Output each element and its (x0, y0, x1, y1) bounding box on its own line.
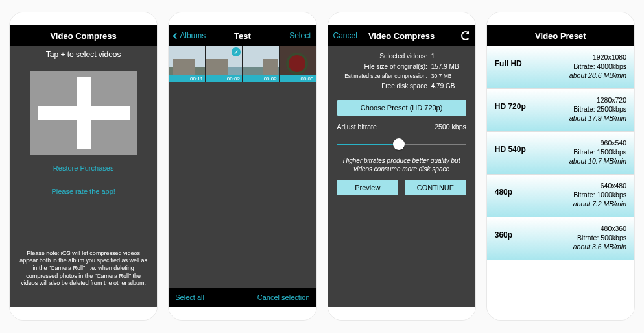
preset-rate: about 3.6 MB/min (573, 242, 626, 251)
preset-name: HD 540p (495, 138, 526, 154)
bitrate-slider[interactable] (337, 138, 466, 150)
nav-bar: Albums Test Select (169, 25, 316, 46)
filesize-value: 157.9 MB (431, 62, 466, 72)
status-bar (10, 12, 157, 25)
restore-purchases-link[interactable]: Restore Purchases (10, 164, 157, 172)
duration-badge: 00:03 (280, 75, 316, 82)
duration-badge: 00:11 (169, 75, 205, 82)
bottom-toolbar: Select all Cancel selection (169, 288, 316, 307)
nav-bar: Video Compress (10, 25, 157, 46)
preset-row[interactable]: 360p480x360Bitrate: 500kbpsabout 3.6 MB/… (487, 217, 634, 260)
video-thumbnail[interactable]: 00:02 (243, 46, 280, 82)
selected-value: 1 (431, 51, 466, 62)
video-thumbnail[interactable]: 00:03 (280, 46, 316, 82)
nav-title: Video Compress (368, 31, 435, 41)
home-indicator (10, 307, 157, 320)
phone-2-album: Albums Test Select 00:11 ✓ 00:02 00:02 0… (168, 12, 316, 321)
preset-bitrate: Bitrate: 1500kbps (569, 147, 626, 156)
preset-name: 360p (495, 224, 512, 240)
selected-label: Selected videos: (379, 51, 427, 62)
plus-icon (77, 77, 91, 149)
estsize-label: Estimated size after compression: (344, 72, 427, 81)
refresh-icon (461, 31, 470, 40)
preset-info: 960x540Bitrate: 1500kbpsabout 10.7 MB/mi… (569, 138, 626, 166)
thumbnail-grid: 00:11 ✓ 00:02 00:02 00:03 (169, 46, 316, 82)
choose-preset-button[interactable]: Choose Preset (HD 720p) (337, 100, 466, 116)
chevron-left-icon (173, 32, 180, 39)
home-indicator (487, 307, 634, 320)
preset-row[interactable]: Full HD1920x1080Bitrate: 4000kbpsabout 2… (487, 46, 634, 89)
bitrate-row: Adjust bitrate 2500 kbps (328, 120, 475, 133)
selected-check-icon: ✓ (232, 47, 241, 56)
nav-title: Video Preset (535, 31, 586, 41)
freedisk-label: Free disk space (381, 81, 427, 92)
preset-bitrate: Bitrate: 2500kbps (569, 105, 626, 114)
select-all-button[interactable]: Select all (175, 293, 204, 301)
bitrate-note: Higher bitrates produce better quality b… (328, 156, 475, 173)
preset-row[interactable]: HD 720p1280x720Bitrate: 2500kbpsabout 17… (487, 89, 634, 132)
preset-info: 640x480Bitrate: 1000kbpsabout 7.2 MB/min (573, 181, 626, 209)
rate-app-link[interactable]: Please rate the app! (10, 188, 157, 195)
phone-3-compress: Cancel Video Compress Selected videos:1 … (328, 12, 476, 321)
refresh-button[interactable] (461, 25, 470, 46)
nav-bar: Video Preset (487, 25, 634, 46)
preset-name: Full HD (495, 53, 522, 68)
duration-badge: 00:02 (206, 75, 242, 82)
preset-rate: about 7.2 MB/min (573, 199, 626, 208)
select-button[interactable]: Select (289, 25, 311, 46)
preview-button[interactable]: Preview (337, 180, 399, 195)
back-label: Albums (180, 31, 206, 40)
preset-bitrate: Bitrate: 1000kbps (573, 190, 626, 199)
cancel-button[interactable]: Cancel (333, 25, 357, 46)
status-bar (169, 12, 316, 25)
continue-button[interactable]: CONTINUE (405, 180, 466, 195)
home-indicator (169, 307, 316, 320)
bitrate-value: 2500 kbps (435, 123, 466, 130)
preset-bitrate: Bitrate: 500kbps (573, 233, 626, 242)
preset-row[interactable]: HD 540p960x540Bitrate: 1500kbpsabout 10.… (487, 132, 634, 175)
cancel-selection-button[interactable]: Cancel selection (257, 293, 310, 301)
info-panel: Selected videos:1 File size of original(… (328, 46, 475, 95)
slider-knob[interactable] (393, 138, 405, 150)
phone-1-home: Video Compress Tap + to select videos Re… (9, 12, 158, 321)
add-videos-button[interactable] (30, 71, 137, 155)
preset-list: Full HD1920x1080Bitrate: 4000kbpsabout 2… (487, 46, 634, 260)
preset-resolution: 480x360 (573, 224, 626, 233)
preset-rate: about 17.9 MB/min (569, 114, 626, 123)
preset-row[interactable]: 480p640x480Bitrate: 1000kbpsabout 7.2 MB… (487, 175, 634, 217)
nav-title: Video Compress (50, 31, 116, 41)
video-thumbnail[interactable]: ✓ 00:02 (206, 46, 243, 82)
estsize-value: 30.7 MB (431, 72, 466, 81)
preset-name: HD 720p (495, 95, 526, 111)
duration-badge: 00:02 (243, 75, 279, 82)
nav-bar: Cancel Video Compress (328, 25, 475, 46)
back-button[interactable]: Albums (174, 25, 206, 46)
slider-track-fill (337, 144, 400, 145)
phone-4-presets: Video Preset Full HD1920x1080Bitrate: 40… (486, 12, 635, 321)
freedisk-value: 4.79 GB (431, 81, 466, 92)
filesize-label: File size of original(s): (364, 62, 427, 72)
home-indicator (328, 307, 475, 320)
preset-info: 1280x720Bitrate: 2500kbpsabout 17.9 MB/m… (569, 95, 626, 123)
select-instruction: Tap + to select videos (10, 46, 157, 62)
preset-name: 480p (495, 181, 512, 197)
footer-note: Please note: iOS will let compressed vid… (10, 250, 157, 288)
status-bar (328, 12, 475, 25)
preset-resolution: 640x480 (573, 181, 626, 190)
status-bar (487, 12, 634, 25)
nav-title: Test (234, 31, 251, 41)
preset-bitrate: Bitrate: 4000kbps (569, 62, 626, 71)
preset-rate: about 10.7 MB/min (569, 156, 626, 166)
preset-info: 480x360Bitrate: 500kbpsabout 3.6 MB/min (573, 224, 626, 252)
adjust-bitrate-label: Adjust bitrate (337, 123, 377, 130)
preset-resolution: 960x540 (569, 138, 626, 147)
preset-rate: about 28.6 MB/min (569, 71, 626, 80)
preset-resolution: 1280x720 (569, 95, 626, 105)
preset-info: 1920x1080Bitrate: 4000kbpsabout 28.6 MB/… (569, 53, 626, 80)
video-thumbnail[interactable]: 00:11 (169, 46, 206, 82)
preset-resolution: 1920x1080 (569, 53, 626, 62)
